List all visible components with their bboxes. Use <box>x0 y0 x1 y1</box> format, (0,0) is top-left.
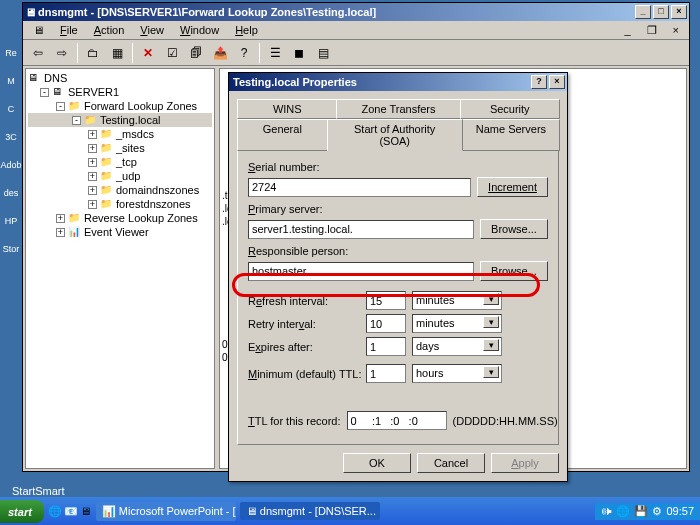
menu-view[interactable]: View <box>132 22 172 38</box>
tree-pane[interactable]: 🖥DNS -🖥SERVER1 -📁Forward Lookup Zones -📁… <box>25 68 215 469</box>
tree-server[interactable]: -🖥SERVER1 <box>28 85 212 99</box>
serial-input[interactable] <box>248 178 471 197</box>
retry-label: Retry interval: <box>248 318 360 330</box>
child-close-button[interactable]: × <box>665 22 687 38</box>
expires-label: Expires after: <box>248 341 360 353</box>
maximize-button[interactable]: □ <box>653 5 669 19</box>
taskbar-item-dnsmgmt[interactable]: 🖥dnsmgmt - [DNS\SER... <box>240 502 380 520</box>
child-restore-button[interactable]: ❐ <box>639 22 665 39</box>
ok-button[interactable]: OK <box>343 453 411 473</box>
ttl-record-input[interactable] <box>347 411 447 430</box>
dialog-titlebar[interactable]: Testing.local Properties ? × <box>229 73 567 91</box>
filter-button[interactable]: ☰ <box>264 42 286 64</box>
tray-icon[interactable]: ⚙ <box>652 505 662 518</box>
refresh-value-input[interactable] <box>366 291 406 310</box>
refresh-button[interactable]: 🗐 <box>185 42 207 64</box>
tab-security[interactable]: Security <box>460 99 560 119</box>
primary-label: Primary server: <box>248 203 548 215</box>
window-title: dnsmgmt - [DNS\SERVER1\Forward Lookup Zo… <box>36 6 633 18</box>
quick-launch-icon[interactable]: 📧 <box>64 505 78 518</box>
expires-value-input[interactable] <box>366 337 406 356</box>
startsmart-label: StartSmart <box>12 485 65 497</box>
main-titlebar[interactable]: 🖥 dnsmgmt - [DNS\SERVER1\Forward Lookup … <box>23 3 689 21</box>
tray-icon[interactable]: 💾 <box>634 505 648 518</box>
app-icon: 🖥 <box>25 6 36 18</box>
menu-help[interactable]: Help <box>227 22 266 38</box>
menu-action[interactable]: Action <box>86 22 133 38</box>
refresh-unit-dropdown[interactable]: minutes <box>412 291 502 310</box>
properties-button[interactable]: ☑ <box>161 42 183 64</box>
menu-window[interactable]: Window <box>172 22 227 38</box>
tab-general[interactable]: General <box>237 119 328 151</box>
menu-file[interactable]: File <box>52 22 86 38</box>
help-button[interactable]: ? <box>233 42 255 64</box>
responsible-input[interactable] <box>248 262 474 281</box>
toolbar: ⇦ ⇨ 🗀 ▦ ✕ ☑ 🗐 📤 ? ☰ ◼ ▤ <box>23 40 689 66</box>
dialog-help-button[interactable]: ? <box>531 75 547 89</box>
refresh-label: Refresh interval: <box>248 295 360 307</box>
tree-root-dns[interactable]: 🖥DNS <box>28 71 212 85</box>
apply-button[interactable]: Apply <box>491 453 559 473</box>
taskbar: start 🌐 📧 🖥 📊Microsoft PowerPoint - [...… <box>0 497 700 525</box>
expires-unit-dropdown[interactable]: days <box>412 337 502 356</box>
min-ttl-unit-dropdown[interactable]: hours <box>412 364 502 383</box>
tab-zone-transfers[interactable]: Zone Transfers <box>336 99 460 119</box>
tree-tcp[interactable]: +📁_tcp <box>28 155 212 169</box>
start-button[interactable]: start <box>0 500 44 523</box>
tray-icon[interactable]: 🕪 <box>601 505 612 517</box>
minimize-button[interactable]: _ <box>635 5 651 19</box>
dialog-close-button[interactable]: × <box>549 75 565 89</box>
system-tray[interactable]: 🕪 🌐 💾 ⚙ 09:57 <box>595 503 700 520</box>
browse-primary-button[interactable]: Browse... <box>480 219 548 239</box>
tree-sites[interactable]: +📁_sites <box>28 141 212 155</box>
menubar: 🖥 File Action View Window Help _ ❐ × <box>23 21 689 40</box>
export-button[interactable]: 📤 <box>209 42 231 64</box>
close-button[interactable]: × <box>671 5 687 19</box>
responsible-label: Responsible person: <box>248 245 548 257</box>
serial-label: Serial number: <box>248 161 548 173</box>
show-hide-button[interactable]: ▦ <box>106 42 128 64</box>
tree-domaindns[interactable]: +📁domaindnszones <box>28 183 212 197</box>
dialog-title: Testing.local Properties <box>231 76 529 88</box>
cancel-button[interactable]: Cancel <box>417 453 485 473</box>
tree-msdcs[interactable]: +📁_msdcs <box>28 127 212 141</box>
forward-button[interactable]: ⇨ <box>51 42 73 64</box>
back-button[interactable]: ⇦ <box>27 42 49 64</box>
retry-value-input[interactable] <box>366 314 406 333</box>
increment-button[interactable]: Increment <box>477 177 548 197</box>
ttl-record-label: TTL for this record: <box>248 415 341 427</box>
ttl-format-label: (DDDDD:HH.MM.SS) <box>453 415 558 427</box>
tab-soa[interactable]: Start of Authority (SOA) <box>327 119 463 151</box>
tree-forestdns[interactable]: +📁forestdnszones <box>28 197 212 211</box>
properties-dialog: Testing.local Properties ? × WINS Zone T… <box>228 72 568 482</box>
desktop-icons: ReMC3CAdobdesHPStor <box>0 30 22 272</box>
tree-flz[interactable]: -📁Forward Lookup Zones <box>28 99 212 113</box>
up-button[interactable]: 🗀 <box>82 42 104 64</box>
browse-responsible-button[interactable]: Browse... <box>480 261 548 281</box>
min-ttl-value-input[interactable] <box>366 364 406 383</box>
tab-wins[interactable]: WINS <box>237 99 337 119</box>
quick-launch-icon[interactable]: 🖥 <box>80 505 91 518</box>
taskbar-item-powerpoint[interactable]: 📊Microsoft PowerPoint - [... <box>96 502 236 521</box>
tree-udp[interactable]: +📁_udp <box>28 169 212 183</box>
tab-name-servers[interactable]: Name Servers <box>462 119 560 151</box>
delete-button[interactable]: ✕ <box>137 42 159 64</box>
primary-server-input[interactable] <box>248 220 474 239</box>
tree-event-viewer[interactable]: +📊Event Viewer <box>28 225 212 239</box>
tray-clock: 09:57 <box>666 505 694 517</box>
quick-launch-icon[interactable]: 🌐 <box>48 505 62 518</box>
tree-zone-testing[interactable]: -📁Testing.local <box>28 113 212 127</box>
retry-unit-dropdown[interactable]: minutes <box>412 314 502 333</box>
child-minimize-button[interactable]: _ <box>616 22 638 38</box>
start-button[interactable]: ▤ <box>312 42 334 64</box>
tree-rlz[interactable]: +📁Reverse Lookup Zones <box>28 211 212 225</box>
tray-icon[interactable]: 🌐 <box>616 505 630 518</box>
min-ttl-label: Minimum (default) TTL: <box>248 368 360 380</box>
stop-button[interactable]: ◼ <box>288 42 310 64</box>
app-icon-small: 🖥 <box>25 22 52 38</box>
